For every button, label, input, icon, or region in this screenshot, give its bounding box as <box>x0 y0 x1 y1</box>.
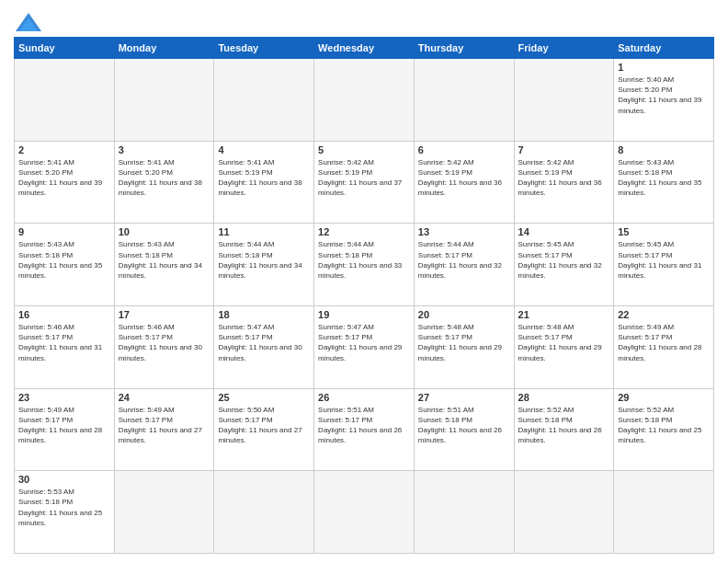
calendar-week-row: 16Sunrise: 5:46 AMSunset: 5:17 PMDayligh… <box>15 305 714 388</box>
day-number: 24 <box>119 392 210 403</box>
table-row: 23Sunrise: 5:49 AMSunset: 5:17 PMDayligh… <box>15 388 115 471</box>
day-number: 15 <box>618 226 710 237</box>
day-info: Sunrise: 5:48 AMSunset: 5:17 PMDaylight:… <box>518 322 610 363</box>
table-row <box>514 59 614 142</box>
table-row: 9Sunrise: 5:43 AMSunset: 5:18 PMDaylight… <box>15 224 115 306</box>
header-thursday: Thursday <box>414 38 514 59</box>
day-number: 22 <box>618 309 710 320</box>
day-info: Sunrise: 5:50 AMSunset: 5:17 PMDaylight:… <box>218 405 310 446</box>
day-info: Sunrise: 5:45 AMSunset: 5:17 PMDaylight:… <box>618 239 710 281</box>
table-row: 12Sunrise: 5:44 AMSunset: 5:18 PMDayligh… <box>314 224 415 306</box>
day-number: 3 <box>119 144 210 155</box>
table-row: 10Sunrise: 5:43 AMSunset: 5:18 PMDayligh… <box>114 224 214 306</box>
day-info: Sunrise: 5:43 AMSunset: 5:18 PMDaylight:… <box>18 239 110 281</box>
day-info: Sunrise: 5:42 AMSunset: 5:19 PMDaylight:… <box>518 157 610 199</box>
day-number: 1 <box>618 62 710 73</box>
header-sunday: Sunday <box>15 38 115 59</box>
day-info: Sunrise: 5:47 AMSunset: 5:17 PMDaylight:… <box>218 322 310 363</box>
day-info: Sunrise: 5:49 AMSunset: 5:17 PMDaylight:… <box>119 405 210 446</box>
day-number: 26 <box>318 392 410 403</box>
table-row: 27Sunrise: 5:51 AMSunset: 5:18 PMDayligh… <box>414 388 514 471</box>
table-row: 30Sunrise: 5:53 AMSunset: 5:18 PMDayligh… <box>15 471 115 554</box>
day-info: Sunrise: 5:52 AMSunset: 5:18 PMDaylight:… <box>618 405 710 446</box>
weekday-header-row: Sunday Monday Tuesday Wednesday Thursday… <box>15 38 714 59</box>
table-row: 21Sunrise: 5:48 AMSunset: 5:17 PMDayligh… <box>514 305 614 388</box>
calendar-week-row: 2Sunrise: 5:41 AMSunset: 5:20 PMDaylight… <box>15 141 714 224</box>
header-wednesday: Wednesday <box>314 38 415 59</box>
day-number: 10 <box>119 226 210 237</box>
day-number: 11 <box>218 226 310 237</box>
day-info: Sunrise: 5:47 AMSunset: 5:17 PMDaylight:… <box>318 322 410 363</box>
table-row: 20Sunrise: 5:48 AMSunset: 5:17 PMDayligh… <box>414 305 514 388</box>
table-row: 28Sunrise: 5:52 AMSunset: 5:18 PMDayligh… <box>514 388 614 471</box>
day-info: Sunrise: 5:51 AMSunset: 5:17 PMDaylight:… <box>318 405 410 446</box>
table-row: 2Sunrise: 5:41 AMSunset: 5:20 PMDaylight… <box>15 141 115 224</box>
day-info: Sunrise: 5:44 AMSunset: 5:17 PMDaylight:… <box>418 239 510 281</box>
day-info: Sunrise: 5:52 AMSunset: 5:18 PMDaylight:… <box>518 405 610 446</box>
day-number: 28 <box>518 392 610 403</box>
day-number: 18 <box>218 309 310 320</box>
day-number: 5 <box>318 144 410 155</box>
day-number: 9 <box>18 226 110 237</box>
header-saturday: Saturday <box>614 38 714 59</box>
table-row: 17Sunrise: 5:46 AMSunset: 5:17 PMDayligh… <box>114 305 214 388</box>
day-number: 23 <box>18 392 110 403</box>
table-row <box>414 59 514 142</box>
day-number: 29 <box>618 392 710 403</box>
table-row <box>414 471 514 554</box>
table-row: 24Sunrise: 5:49 AMSunset: 5:17 PMDayligh… <box>114 388 214 471</box>
table-row <box>15 59 115 142</box>
table-row: 5Sunrise: 5:42 AMSunset: 5:19 PMDaylight… <box>314 141 415 224</box>
day-info: Sunrise: 5:51 AMSunset: 5:18 PMDaylight:… <box>418 405 510 446</box>
day-number: 6 <box>418 144 510 155</box>
table-row: 6Sunrise: 5:42 AMSunset: 5:19 PMDaylight… <box>414 141 514 224</box>
table-row: 22Sunrise: 5:49 AMSunset: 5:17 PMDayligh… <box>614 305 714 388</box>
table-row: 29Sunrise: 5:52 AMSunset: 5:18 PMDayligh… <box>614 388 714 471</box>
table-row: 3Sunrise: 5:41 AMSunset: 5:20 PMDaylight… <box>114 141 214 224</box>
table-row <box>614 471 714 554</box>
day-number: 30 <box>18 474 110 485</box>
calendar-table: Sunday Monday Tuesday Wednesday Thursday… <box>14 37 714 554</box>
day-info: Sunrise: 5:42 AMSunset: 5:19 PMDaylight:… <box>318 157 410 199</box>
table-row: 18Sunrise: 5:47 AMSunset: 5:17 PMDayligh… <box>214 305 314 388</box>
header-monday: Monday <box>114 38 214 59</box>
logo <box>14 13 41 31</box>
table-row: 15Sunrise: 5:45 AMSunset: 5:17 PMDayligh… <box>614 224 714 306</box>
calendar-week-row: 23Sunrise: 5:49 AMSunset: 5:17 PMDayligh… <box>15 388 714 471</box>
day-info: Sunrise: 5:41 AMSunset: 5:20 PMDaylight:… <box>18 157 110 199</box>
day-number: 25 <box>218 392 310 403</box>
table-row <box>214 471 314 554</box>
table-row <box>514 471 614 554</box>
day-info: Sunrise: 5:44 AMSunset: 5:18 PMDaylight:… <box>218 239 310 281</box>
calendar-week-row: 9Sunrise: 5:43 AMSunset: 5:18 PMDaylight… <box>15 224 714 306</box>
table-row: 19Sunrise: 5:47 AMSunset: 5:17 PMDayligh… <box>314 305 415 388</box>
calendar-week-row: 1Sunrise: 5:40 AMSunset: 5:20 PMDaylight… <box>15 59 714 142</box>
logo-area <box>14 9 41 31</box>
table-row: 11Sunrise: 5:44 AMSunset: 5:18 PMDayligh… <box>214 224 314 306</box>
calendar-week-row: 30Sunrise: 5:53 AMSunset: 5:18 PMDayligh… <box>15 471 714 554</box>
table-row: 16Sunrise: 5:46 AMSunset: 5:17 PMDayligh… <box>15 305 115 388</box>
table-row: 25Sunrise: 5:50 AMSunset: 5:17 PMDayligh… <box>214 388 314 471</box>
day-info: Sunrise: 5:43 AMSunset: 5:18 PMDaylight:… <box>618 157 710 199</box>
day-info: Sunrise: 5:48 AMSunset: 5:17 PMDaylight:… <box>418 322 510 363</box>
day-number: 19 <box>318 309 410 320</box>
day-info: Sunrise: 5:44 AMSunset: 5:18 PMDaylight:… <box>318 239 410 281</box>
table-row: 4Sunrise: 5:41 AMSunset: 5:19 PMDaylight… <box>214 141 314 224</box>
day-info: Sunrise: 5:46 AMSunset: 5:17 PMDaylight:… <box>119 322 210 363</box>
table-row <box>314 471 415 554</box>
day-number: 4 <box>218 144 310 155</box>
table-row: 14Sunrise: 5:45 AMSunset: 5:17 PMDayligh… <box>514 224 614 306</box>
day-number: 21 <box>518 309 610 320</box>
day-info: Sunrise: 5:41 AMSunset: 5:19 PMDaylight:… <box>218 157 310 199</box>
day-number: 13 <box>418 226 510 237</box>
day-info: Sunrise: 5:42 AMSunset: 5:19 PMDaylight:… <box>418 157 510 199</box>
day-number: 20 <box>418 309 510 320</box>
table-row: 13Sunrise: 5:44 AMSunset: 5:17 PMDayligh… <box>414 224 514 306</box>
page: Sunday Monday Tuesday Wednesday Thursday… <box>0 0 728 563</box>
day-info: Sunrise: 5:49 AMSunset: 5:17 PMDaylight:… <box>618 322 710 363</box>
day-number: 14 <box>518 226 610 237</box>
day-number: 27 <box>418 392 510 403</box>
day-number: 12 <box>318 226 410 237</box>
day-info: Sunrise: 5:40 AMSunset: 5:20 PMDaylight:… <box>618 75 710 116</box>
table-row: 8Sunrise: 5:43 AMSunset: 5:18 PMDaylight… <box>614 141 714 224</box>
